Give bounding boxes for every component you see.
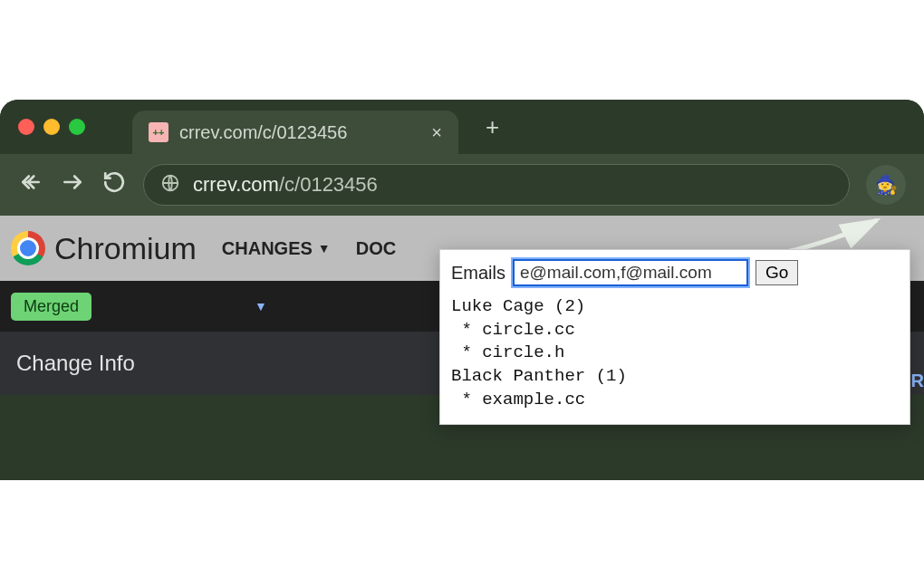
close-window-button[interactable] [18,119,34,135]
back-button[interactable] [18,170,43,200]
nav-docs-label: DOC [356,238,396,259]
reload-button[interactable] [101,170,127,199]
emails-label: Emails [451,263,505,284]
nav-docs[interactable]: DOC [356,238,396,259]
reload-icon [102,170,126,194]
minimize-window-button[interactable] [43,119,60,135]
forward-button[interactable] [60,170,85,200]
emails-input[interactable] [513,259,748,286]
tab-close-button[interactable]: × [431,122,442,143]
browser-tab[interactable]: ++ crrev.com/c/0123456 × [132,111,458,154]
address-bar[interactable]: crrev.com/c/0123456 [143,164,850,206]
browser-toolbar: crrev.com/c/0123456 🧙 [0,154,924,216]
new-tab-button[interactable]: + [486,113,499,141]
url-text: crrev.com/c/0123456 [193,173,378,197]
popup-form: Emails Go [451,259,899,286]
change-info-label: Change Info [16,351,135,376]
maximize-window-button[interactable] [69,119,85,135]
truncated-text: R [911,371,924,391]
tab-bar: ++ crrev.com/c/0123456 × + [0,100,924,154]
extension-popup: Emails Go Luke Cage (2) * circle.cc * ci… [439,249,910,425]
chrome-icon [11,231,45,265]
tab-favicon-icon: ++ [149,122,168,142]
extension-icon: 🧙 [875,174,898,196]
popup-results: Luke Cage (2) * circle.cc * circle.h Bla… [451,295,899,411]
chromium-logo[interactable]: Chromium [11,231,197,266]
go-button[interactable]: Go [756,260,798,285]
caret-down-icon: ▼ [318,241,331,255]
globe-icon [160,173,180,197]
extension-button[interactable]: 🧙 [866,165,906,205]
tab-title: crrev.com/c/0123456 [179,122,420,143]
nav-changes[interactable]: CHANGES ▼ [222,238,331,259]
status-badge: Merged [11,293,91,321]
nav-changes-label: CHANGES [222,238,313,259]
arrow-left-icon [19,170,43,194]
window-controls [18,119,85,135]
arrow-right-icon [61,170,84,194]
dropdown-caret-icon[interactable]: ▼ [255,299,267,313]
chromium-title: Chromium [54,231,197,266]
